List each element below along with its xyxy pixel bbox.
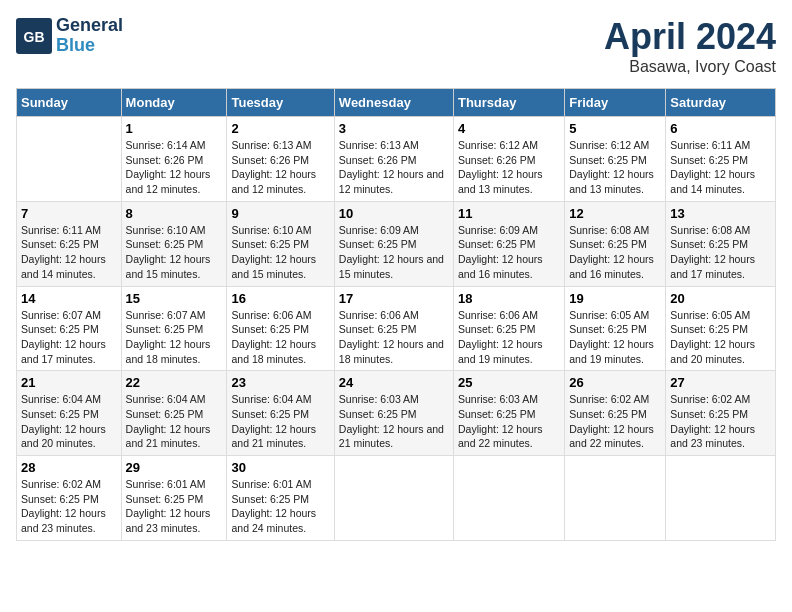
weekday-header-thursday: Thursday [453,89,564,117]
calendar-cell: 13 Sunrise: 6:08 AM Sunset: 6:25 PM Dayl… [666,201,776,286]
daylight-label: Daylight: 12 hours and 18 minutes. [339,338,444,365]
calendar-cell: 10 Sunrise: 6:09 AM Sunset: 6:25 PM Dayl… [334,201,453,286]
day-info: Sunrise: 6:14 AM Sunset: 6:26 PM Dayligh… [126,138,223,197]
day-info: Sunrise: 6:04 AM Sunset: 6:25 PM Dayligh… [126,392,223,451]
sunset-label: Sunset: 6:25 PM [21,323,99,335]
daylight-label: Daylight: 12 hours and 17 minutes. [21,338,106,365]
daylight-label: Daylight: 12 hours and 23 minutes. [670,423,755,450]
calendar-cell: 18 Sunrise: 6:06 AM Sunset: 6:25 PM Dayl… [453,286,564,371]
daylight-label: Daylight: 12 hours and 22 minutes. [458,423,543,450]
day-number: 5 [569,121,661,136]
calendar-cell [565,456,666,541]
daylight-label: Daylight: 12 hours and 14 minutes. [670,168,755,195]
sunset-label: Sunset: 6:25 PM [569,154,647,166]
day-info: Sunrise: 6:11 AM Sunset: 6:25 PM Dayligh… [21,223,117,282]
calendar-cell: 20 Sunrise: 6:05 AM Sunset: 6:25 PM Dayl… [666,286,776,371]
day-number: 23 [231,375,329,390]
sunrise-label: Sunrise: 6:05 AM [670,309,750,321]
month-title: April 2024 [604,16,776,58]
calendar-week-row-2: 7 Sunrise: 6:11 AM Sunset: 6:25 PM Dayli… [17,201,776,286]
calendar-cell: 29 Sunrise: 6:01 AM Sunset: 6:25 PM Dayl… [121,456,227,541]
daylight-label: Daylight: 12 hours and 21 minutes. [231,423,316,450]
sunrise-label: Sunrise: 6:09 AM [339,224,419,236]
day-info: Sunrise: 6:08 AM Sunset: 6:25 PM Dayligh… [670,223,771,282]
day-info: Sunrise: 6:05 AM Sunset: 6:25 PM Dayligh… [670,308,771,367]
day-number: 2 [231,121,329,136]
day-number: 16 [231,291,329,306]
sunset-label: Sunset: 6:26 PM [339,154,417,166]
day-number: 13 [670,206,771,221]
sunset-label: Sunset: 6:26 PM [126,154,204,166]
logo-text-blue: Blue [56,36,123,56]
day-info: Sunrise: 6:10 AM Sunset: 6:25 PM Dayligh… [231,223,329,282]
daylight-label: Daylight: 12 hours and 19 minutes. [569,338,654,365]
sunrise-label: Sunrise: 6:09 AM [458,224,538,236]
calendar-cell: 28 Sunrise: 6:02 AM Sunset: 6:25 PM Dayl… [17,456,122,541]
calendar-week-row-4: 21 Sunrise: 6:04 AM Sunset: 6:25 PM Dayl… [17,371,776,456]
sunrise-label: Sunrise: 6:13 AM [339,139,419,151]
page-header: GB General Blue April 2024 Basawa, Ivory… [16,16,776,76]
calendar-cell: 30 Sunrise: 6:01 AM Sunset: 6:25 PM Dayl… [227,456,334,541]
calendar-cell: 7 Sunrise: 6:11 AM Sunset: 6:25 PM Dayli… [17,201,122,286]
calendar-week-row-1: 1 Sunrise: 6:14 AM Sunset: 6:26 PM Dayli… [17,117,776,202]
calendar-cell: 9 Sunrise: 6:10 AM Sunset: 6:25 PM Dayli… [227,201,334,286]
calendar-cell: 2 Sunrise: 6:13 AM Sunset: 6:26 PM Dayli… [227,117,334,202]
calendar-cell: 21 Sunrise: 6:04 AM Sunset: 6:25 PM Dayl… [17,371,122,456]
sunset-label: Sunset: 6:25 PM [21,493,99,505]
day-info: Sunrise: 6:07 AM Sunset: 6:25 PM Dayligh… [21,308,117,367]
calendar-cell: 26 Sunrise: 6:02 AM Sunset: 6:25 PM Dayl… [565,371,666,456]
daylight-label: Daylight: 12 hours and 15 minutes. [339,253,444,280]
sunset-label: Sunset: 6:25 PM [21,238,99,250]
sunrise-label: Sunrise: 6:14 AM [126,139,206,151]
day-info: Sunrise: 6:07 AM Sunset: 6:25 PM Dayligh… [126,308,223,367]
day-number: 22 [126,375,223,390]
sunrise-label: Sunrise: 6:04 AM [126,393,206,405]
sunset-label: Sunset: 6:25 PM [670,323,748,335]
day-info: Sunrise: 6:13 AM Sunset: 6:26 PM Dayligh… [339,138,449,197]
day-info: Sunrise: 6:03 AM Sunset: 6:25 PM Dayligh… [339,392,449,451]
sunset-label: Sunset: 6:26 PM [458,154,536,166]
sunrise-label: Sunrise: 6:11 AM [670,139,750,151]
sunset-label: Sunset: 6:25 PM [126,323,204,335]
sunset-label: Sunset: 6:25 PM [126,238,204,250]
day-info: Sunrise: 6:06 AM Sunset: 6:25 PM Dayligh… [339,308,449,367]
daylight-label: Daylight: 12 hours and 14 minutes. [21,253,106,280]
daylight-label: Daylight: 12 hours and 13 minutes. [458,168,543,195]
sunrise-label: Sunrise: 6:01 AM [231,478,311,490]
daylight-label: Daylight: 12 hours and 13 minutes. [569,168,654,195]
sunset-label: Sunset: 6:25 PM [569,238,647,250]
daylight-label: Daylight: 12 hours and 15 minutes. [231,253,316,280]
day-number: 17 [339,291,449,306]
day-number: 20 [670,291,771,306]
day-info: Sunrise: 6:09 AM Sunset: 6:25 PM Dayligh… [339,223,449,282]
sunrise-label: Sunrise: 6:10 AM [126,224,206,236]
daylight-label: Daylight: 12 hours and 21 minutes. [126,423,211,450]
day-info: Sunrise: 6:06 AM Sunset: 6:25 PM Dayligh… [458,308,560,367]
calendar-week-row-5: 28 Sunrise: 6:02 AM Sunset: 6:25 PM Dayl… [17,456,776,541]
day-number: 18 [458,291,560,306]
day-number: 30 [231,460,329,475]
day-info: Sunrise: 6:02 AM Sunset: 6:25 PM Dayligh… [21,477,117,536]
sunset-label: Sunset: 6:25 PM [458,408,536,420]
day-number: 4 [458,121,560,136]
sunrise-label: Sunrise: 6:01 AM [126,478,206,490]
sunrise-label: Sunrise: 6:03 AM [458,393,538,405]
day-info: Sunrise: 6:03 AM Sunset: 6:25 PM Dayligh… [458,392,560,451]
sunset-label: Sunset: 6:25 PM [231,493,309,505]
weekday-header-row: SundayMondayTuesdayWednesdayThursdayFrid… [17,89,776,117]
daylight-label: Daylight: 12 hours and 23 minutes. [126,507,211,534]
sunrise-label: Sunrise: 6:06 AM [458,309,538,321]
daylight-label: Daylight: 12 hours and 18 minutes. [126,338,211,365]
sunset-label: Sunset: 6:25 PM [458,238,536,250]
daylight-label: Daylight: 12 hours and 20 minutes. [21,423,106,450]
sunrise-label: Sunrise: 6:12 AM [458,139,538,151]
sunset-label: Sunset: 6:25 PM [339,408,417,420]
logo-icon: GB [16,18,52,54]
sunrise-label: Sunrise: 6:02 AM [670,393,750,405]
day-number: 24 [339,375,449,390]
sunrise-label: Sunrise: 6:04 AM [21,393,101,405]
calendar-cell: 23 Sunrise: 6:04 AM Sunset: 6:25 PM Dayl… [227,371,334,456]
calendar-cell [334,456,453,541]
calendar-cell: 6 Sunrise: 6:11 AM Sunset: 6:25 PM Dayli… [666,117,776,202]
day-number: 12 [569,206,661,221]
